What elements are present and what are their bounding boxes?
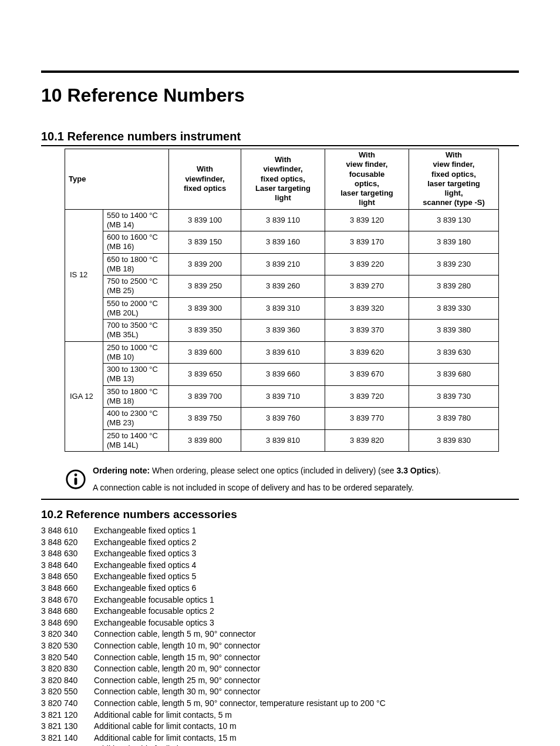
table-row: 350 to 1800 °C (MB 18)3 839 7003 839 710… — [65, 385, 499, 408]
cell-refnum: 3 839 330 — [409, 297, 499, 320]
cell-refnum: 3 839 820 — [325, 429, 409, 452]
accessory-desc: Additional cable for limit contacts, 20 … — [94, 744, 237, 746]
accessory-code: 3 848 680 — [41, 606, 94, 617]
accessory-desc: Exchangeable fixed optics 2 — [94, 537, 196, 549]
info-icon — [65, 468, 93, 492]
note-title: Ordering note: — [93, 466, 150, 475]
table-row: 250 to 1400 °C (MB 14L)3 839 8003 839 81… — [65, 429, 499, 452]
cell-range: 350 to 1800 °C (MB 18) — [103, 385, 169, 408]
cell-refnum: 3 839 650 — [169, 364, 241, 386]
list-item: 3 820 840Connection cable, length 25 m, … — [41, 675, 519, 687]
cell-refnum: 3 839 260 — [241, 275, 325, 298]
group-label: IS 12 — [65, 209, 103, 341]
accessory-desc: Exchangeable focusable optics 2 — [94, 606, 214, 617]
cell-range: 550 to 1400 °C (MB 14) — [103, 209, 169, 231]
group-label: IGA 12 — [65, 341, 103, 452]
cell-refnum: 3 839 160 — [241, 231, 325, 254]
list-item: 3 848 620Exchangeable fixed optics 2 — [41, 537, 519, 549]
cell-range: 600 to 1600 °C (MB 16) — [103, 231, 169, 254]
accessory-code: 3 821 120 — [41, 710, 94, 721]
accessory-desc: Connection cable, length 5 m, 90° connec… — [94, 629, 256, 640]
list-item: 3 848 690Exchangeable focusable optics 3 — [41, 617, 519, 629]
cell-refnum: 3 839 120 — [325, 209, 409, 231]
accessory-code: 3 848 630 — [41, 548, 94, 560]
cell-refnum: 3 839 170 — [325, 231, 409, 254]
list-item: 3 848 680Exchangeable focusable optics 2 — [41, 606, 519, 617]
list-item: 3 820 740Connection cable, length 5 m, 9… — [41, 698, 519, 710]
cell-range: 300 to 1300 °C (MB 13) — [103, 364, 169, 386]
cell-refnum: 3 839 600 — [169, 341, 241, 364]
cell-refnum: 3 839 220 — [325, 253, 409, 275]
table-row: 400 to 2300 °C (MB 23)3 839 7503 839 760… — [65, 408, 499, 430]
accessory-code: 3 848 610 — [41, 525, 94, 537]
list-item: 3 848 670Exchangeable focusable optics 1 — [41, 594, 519, 606]
cell-refnum: 3 839 750 — [169, 408, 241, 430]
list-item: 3 821 120Additional cable for limit cont… — [41, 710, 519, 721]
accessory-code: 3 821 150 — [41, 744, 94, 746]
accessory-desc: Exchangeable fixed optics 1 — [94, 525, 196, 537]
accessory-desc: Exchangeable focusable optics 3 — [94, 617, 214, 629]
table-row: 600 to 1600 °C (MB 16)3 839 1503 839 160… — [65, 231, 499, 254]
cell-refnum: 3 839 670 — [325, 364, 409, 386]
cell-refnum: 3 839 620 — [325, 341, 409, 364]
accessory-desc: Exchangeable fixed optics 3 — [94, 548, 196, 560]
cell-range: 400 to 2300 °C (MB 23) — [103, 408, 169, 430]
th-col3: With view finder, focusable optics, lase… — [325, 149, 409, 210]
cell-refnum: 3 839 780 — [409, 408, 499, 430]
list-item: 3 820 530Connection cable, length 10 m, … — [41, 640, 519, 652]
note-line-1: Ordering note: When ordering, please sel… — [93, 465, 441, 477]
th-col2: With viewfinder, fixed optics, Laser tar… — [241, 149, 325, 210]
top-divider — [41, 70, 519, 73]
cell-refnum: 3 839 230 — [409, 253, 499, 275]
accessory-desc: Connection cable, length 30 m, 90° conne… — [94, 686, 260, 698]
cell-refnum: 3 839 110 — [241, 209, 325, 231]
accessory-code: 3 820 540 — [41, 652, 94, 664]
svg-rect-2 — [75, 478, 77, 485]
cell-refnum: 3 839 610 — [241, 341, 325, 364]
svg-point-1 — [75, 473, 77, 476]
cell-refnum: 3 839 200 — [169, 253, 241, 275]
cell-refnum: 3 839 250 — [169, 275, 241, 298]
cell-refnum: 3 839 660 — [241, 364, 325, 386]
cell-range: 550 to 2000 °C (MB 20L) — [103, 297, 169, 320]
cell-refnum: 3 839 150 — [169, 231, 241, 254]
cell-refnum: 3 839 770 — [325, 408, 409, 430]
cell-range: 250 to 1000 °C (MB 10) — [103, 341, 169, 364]
table-row: 300 to 1300 °C (MB 13)3 839 6503 839 660… — [65, 364, 499, 386]
accessory-code: 3 820 340 — [41, 629, 94, 640]
accessory-code: 3 848 640 — [41, 560, 94, 572]
accessory-desc: Additional cable for limit contacts, 15 … — [94, 732, 237, 744]
cell-refnum: 3 839 350 — [169, 320, 241, 342]
table-row: IS 12550 to 1400 °C (MB 14)3 839 1003 83… — [65, 209, 499, 231]
cell-refnum: 3 839 380 — [409, 320, 499, 342]
cell-range: 700 to 3500 °C (MB 35L) — [103, 320, 169, 342]
accessory-desc: Connection cable, length 15 m, 90° conne… — [94, 652, 260, 664]
accessory-code: 3 820 830 — [41, 663, 94, 675]
cell-refnum: 3 839 810 — [241, 429, 325, 452]
th-col4: With view finder, fixed optics, laser ta… — [409, 149, 499, 210]
cell-refnum: 3 839 700 — [169, 385, 241, 408]
cell-refnum: 3 839 300 — [169, 297, 241, 320]
heading-section-10-1: 10.1 Reference numbers instrument — [41, 130, 519, 146]
accessory-code: 3 820 530 — [41, 640, 94, 652]
cell-refnum: 3 839 360 — [241, 320, 325, 342]
cell-refnum: 3 839 270 — [325, 275, 409, 298]
accessory-desc: Additional cable for limit contacts, 10 … — [94, 721, 237, 732]
list-item: 3 848 610Exchangeable fixed optics 1 — [41, 525, 519, 537]
list-item: 3 848 650Exchangeable fixed optics 5 — [41, 571, 519, 583]
accessory-desc: Connection cable, length 5 m, 90° connec… — [94, 698, 386, 710]
th-col1: With viewfinder, fixed optics — [169, 149, 241, 210]
accessory-desc: Exchangeable fixed optics 4 — [94, 560, 196, 572]
list-item: 3 848 660Exchangeable fixed optics 6 — [41, 583, 519, 594]
cell-refnum: 3 839 180 — [409, 231, 499, 254]
list-item: 3 820 550Connection cable, length 30 m, … — [41, 686, 519, 698]
accessory-code: 3 848 620 — [41, 537, 94, 549]
accessory-desc: Additional cable for limit contacts, 5 m — [94, 710, 232, 721]
accessory-desc: Exchangeable fixed optics 6 — [94, 583, 196, 594]
list-item: 3 820 830Connection cable, length 20 m, … — [41, 663, 519, 675]
cell-range: 250 to 1400 °C (MB 14L) — [103, 429, 169, 452]
cell-refnum: 3 839 730 — [409, 385, 499, 408]
table-row: 750 to 2500 °C (MB 25)3 839 2503 839 260… — [65, 275, 499, 298]
accessory-code: 3 820 740 — [41, 698, 94, 710]
cell-refnum: 3 839 630 — [409, 341, 499, 364]
